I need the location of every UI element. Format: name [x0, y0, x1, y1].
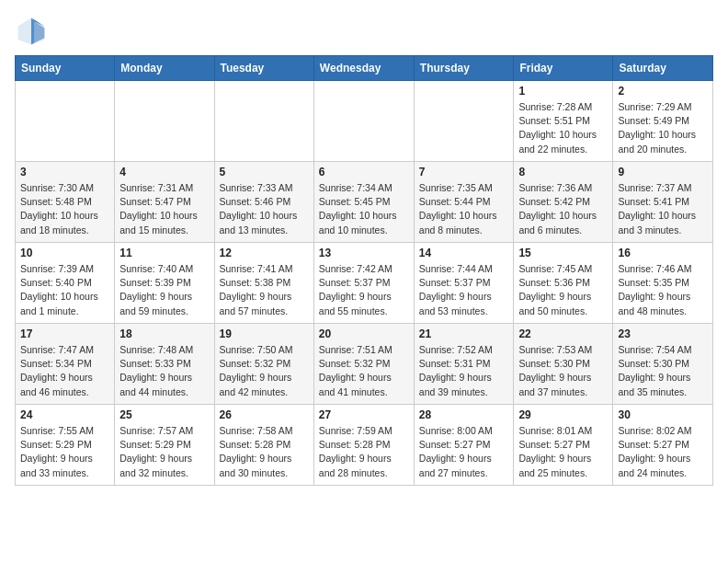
- logo-icon: [15, 15, 48, 48]
- day-number: 2: [618, 85, 708, 98]
- day-info: Sunrise: 7:31 AM Sunset: 5:47 PM Dayligh…: [119, 181, 209, 237]
- day-number: 24: [20, 408, 109, 421]
- day-cell: 8Sunrise: 7:36 AM Sunset: 5:42 PM Daylig…: [514, 162, 613, 243]
- day-number: 16: [618, 247, 708, 259]
- day-cell: 23Sunrise: 7:54 AM Sunset: 5:30 PM Dayli…: [613, 324, 713, 405]
- day-number: 11: [119, 247, 209, 259]
- day-cell: 4Sunrise: 7:31 AM Sunset: 5:47 PM Daylig…: [115, 162, 214, 243]
- day-cell: 20Sunrise: 7:51 AM Sunset: 5:32 PM Dayli…: [313, 324, 414, 405]
- day-info: Sunrise: 7:44 AM Sunset: 5:37 PM Dayligh…: [419, 262, 509, 318]
- day-cell: 7Sunrise: 7:35 AM Sunset: 5:44 PM Daylig…: [414, 162, 514, 243]
- day-number: 10: [20, 247, 109, 259]
- day-number: 14: [419, 247, 509, 259]
- day-number: 23: [618, 327, 708, 340]
- day-info: Sunrise: 7:35 AM Sunset: 5:44 PM Dayligh…: [419, 181, 509, 237]
- day-cell: 2Sunrise: 7:29 AM Sunset: 5:49 PM Daylig…: [613, 81, 713, 162]
- day-info: Sunrise: 7:41 AM Sunset: 5:38 PM Dayligh…: [220, 262, 309, 318]
- day-cell: 6Sunrise: 7:34 AM Sunset: 5:45 PM Daylig…: [313, 162, 414, 243]
- calendar: SundayMondayTuesdayWednesdayThursdayFrid…: [15, 55, 713, 486]
- day-info: Sunrise: 7:37 AM Sunset: 5:41 PM Dayligh…: [618, 181, 708, 237]
- day-info: Sunrise: 7:40 AM Sunset: 5:39 PM Dayligh…: [119, 262, 209, 318]
- day-cell: 10Sunrise: 7:39 AM Sunset: 5:40 PM Dayli…: [16, 243, 115, 324]
- day-cell: 14Sunrise: 7:44 AM Sunset: 5:37 PM Dayli…: [414, 243, 514, 324]
- day-cell: [313, 81, 414, 162]
- day-cell: 30Sunrise: 8:02 AM Sunset: 5:27 PM Dayli…: [613, 405, 713, 486]
- page-header: [15, 15, 713, 48]
- day-info: Sunrise: 7:50 AM Sunset: 5:32 PM Dayligh…: [220, 343, 309, 399]
- day-cell: 18Sunrise: 7:48 AM Sunset: 5:33 PM Dayli…: [115, 324, 214, 405]
- weekday-header-sunday: Sunday: [16, 56, 115, 81]
- day-cell: [16, 81, 115, 162]
- day-number: 19: [220, 327, 309, 340]
- day-cell: [414, 81, 514, 162]
- day-info: Sunrise: 7:54 AM Sunset: 5:30 PM Dayligh…: [618, 343, 708, 399]
- day-info: Sunrise: 7:42 AM Sunset: 5:37 PM Dayligh…: [319, 262, 409, 318]
- day-info: Sunrise: 7:30 AM Sunset: 5:48 PM Dayligh…: [20, 181, 109, 237]
- day-info: Sunrise: 7:58 AM Sunset: 5:28 PM Dayligh…: [220, 424, 309, 480]
- weekday-header-thursday: Thursday: [414, 56, 514, 81]
- day-info: Sunrise: 7:33 AM Sunset: 5:46 PM Dayligh…: [220, 181, 309, 237]
- day-cell: 1Sunrise: 7:28 AM Sunset: 5:51 PM Daylig…: [514, 81, 613, 162]
- svg-marker-3: [31, 18, 35, 45]
- day-info: Sunrise: 7:48 AM Sunset: 5:33 PM Dayligh…: [119, 343, 209, 399]
- day-number: 12: [220, 247, 309, 259]
- day-info: Sunrise: 7:39 AM Sunset: 5:40 PM Dayligh…: [20, 262, 109, 318]
- day-number: 7: [419, 166, 509, 178]
- day-number: 5: [220, 166, 309, 178]
- day-cell: 19Sunrise: 7:50 AM Sunset: 5:32 PM Dayli…: [214, 324, 313, 405]
- logo: [15, 15, 51, 48]
- day-cell: [115, 81, 214, 162]
- day-info: Sunrise: 7:34 AM Sunset: 5:45 PM Dayligh…: [319, 181, 409, 237]
- day-number: 1: [518, 85, 608, 98]
- day-info: Sunrise: 7:28 AM Sunset: 5:51 PM Dayligh…: [518, 100, 608, 156]
- day-cell: 17Sunrise: 7:47 AM Sunset: 5:34 PM Dayli…: [16, 324, 115, 405]
- day-cell: 3Sunrise: 7:30 AM Sunset: 5:48 PM Daylig…: [16, 162, 115, 243]
- week-row-4: 17Sunrise: 7:47 AM Sunset: 5:34 PM Dayli…: [16, 324, 713, 405]
- day-cell: 12Sunrise: 7:41 AM Sunset: 5:38 PM Dayli…: [214, 243, 313, 324]
- weekday-header-monday: Monday: [115, 56, 214, 81]
- day-info: Sunrise: 7:52 AM Sunset: 5:31 PM Dayligh…: [419, 343, 509, 399]
- day-number: 6: [319, 166, 409, 178]
- day-number: 28: [419, 408, 509, 421]
- week-row-5: 24Sunrise: 7:55 AM Sunset: 5:29 PM Dayli…: [16, 405, 713, 486]
- weekday-header-row: SundayMondayTuesdayWednesdayThursdayFrid…: [16, 56, 713, 81]
- day-number: 3: [20, 166, 109, 178]
- day-number: 15: [518, 247, 608, 259]
- day-number: 9: [618, 166, 708, 178]
- day-info: Sunrise: 7:57 AM Sunset: 5:29 PM Dayligh…: [119, 424, 209, 480]
- day-cell: 29Sunrise: 8:01 AM Sunset: 5:27 PM Dayli…: [514, 405, 613, 486]
- day-number: 18: [119, 327, 209, 340]
- day-cell: 26Sunrise: 7:58 AM Sunset: 5:28 PM Dayli…: [214, 405, 313, 486]
- day-number: 27: [319, 408, 409, 421]
- week-row-1: 1Sunrise: 7:28 AM Sunset: 5:51 PM Daylig…: [16, 81, 713, 162]
- calendar-body: 1Sunrise: 7:28 AM Sunset: 5:51 PM Daylig…: [16, 81, 713, 486]
- day-cell: 27Sunrise: 7:59 AM Sunset: 5:28 PM Dayli…: [313, 405, 414, 486]
- day-number: 8: [518, 166, 608, 178]
- day-cell: 16Sunrise: 7:46 AM Sunset: 5:35 PM Dayli…: [613, 243, 713, 324]
- day-number: 4: [119, 166, 209, 178]
- week-row-3: 10Sunrise: 7:39 AM Sunset: 5:40 PM Dayli…: [16, 243, 713, 324]
- day-number: 26: [220, 408, 309, 421]
- weekday-header-saturday: Saturday: [613, 56, 713, 81]
- day-number: 22: [518, 327, 608, 340]
- day-cell: [214, 81, 313, 162]
- day-cell: 9Sunrise: 7:37 AM Sunset: 5:41 PM Daylig…: [613, 162, 713, 243]
- day-cell: 15Sunrise: 7:45 AM Sunset: 5:36 PM Dayli…: [514, 243, 613, 324]
- day-number: 21: [419, 327, 509, 340]
- day-info: Sunrise: 7:29 AM Sunset: 5:49 PM Dayligh…: [618, 100, 708, 156]
- weekday-header-tuesday: Tuesday: [214, 56, 313, 81]
- day-info: Sunrise: 8:00 AM Sunset: 5:27 PM Dayligh…: [419, 424, 509, 480]
- day-number: 20: [319, 327, 409, 340]
- day-cell: 28Sunrise: 8:00 AM Sunset: 5:27 PM Dayli…: [414, 405, 514, 486]
- day-info: Sunrise: 8:01 AM Sunset: 5:27 PM Dayligh…: [518, 424, 608, 480]
- day-info: Sunrise: 7:53 AM Sunset: 5:30 PM Dayligh…: [518, 343, 608, 399]
- day-info: Sunrise: 7:51 AM Sunset: 5:32 PM Dayligh…: [319, 343, 409, 399]
- day-info: Sunrise: 7:36 AM Sunset: 5:42 PM Dayligh…: [518, 181, 608, 237]
- day-info: Sunrise: 7:59 AM Sunset: 5:28 PM Dayligh…: [319, 424, 409, 480]
- day-cell: 13Sunrise: 7:42 AM Sunset: 5:37 PM Dayli…: [313, 243, 414, 324]
- day-cell: 11Sunrise: 7:40 AM Sunset: 5:39 PM Dayli…: [115, 243, 214, 324]
- day-info: Sunrise: 7:46 AM Sunset: 5:35 PM Dayligh…: [618, 262, 708, 318]
- week-row-2: 3Sunrise: 7:30 AM Sunset: 5:48 PM Daylig…: [16, 162, 713, 243]
- day-cell: 24Sunrise: 7:55 AM Sunset: 5:29 PM Dayli…: [16, 405, 115, 486]
- day-number: 25: [119, 408, 209, 421]
